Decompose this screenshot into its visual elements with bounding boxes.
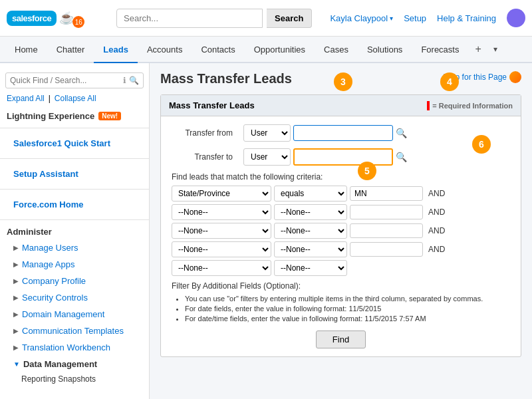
transfer-to-lookup-icon[interactable]: 🔍 [396, 152, 407, 162]
criteria-row-4: --None-- --None-- AND [172, 241, 510, 257]
setup-assistant-link[interactable]: Setup Assistant [7, 166, 142, 182]
criteria-field-2[interactable]: --None-- [172, 204, 271, 220]
step-badge-6: 6 [472, 135, 491, 154]
required-label: = Required Information [432, 102, 513, 110]
nav-leads[interactable]: Leads [94, 37, 138, 63]
required-bar [427, 101, 430, 110]
transfer-from-value-input[interactable]: Kayla Claypool [293, 125, 393, 141]
sidebar-subitem-reporting[interactable]: Reporting Snapshots [7, 372, 142, 386]
transfer-from-label: Transfer from [172, 128, 238, 138]
step-badge-3: 3 [334, 72, 352, 91]
find-button[interactable]: Find [316, 331, 366, 348]
nav-contacts[interactable]: Contacts [192, 37, 244, 63]
divider [0, 128, 149, 128]
logo-area: salesforce ☕ 16 [7, 8, 110, 28]
salesforce-logo: salesforce [7, 11, 57, 26]
criteria-operator-5[interactable]: --None-- [274, 260, 347, 276]
global-search-input[interactable] [116, 9, 263, 28]
help-training-link[interactable]: Help & Training [437, 13, 496, 23]
form-panel-header: Mass Transfer Leads = Required Informati… [161, 95, 521, 116]
criteria-field-3[interactable]: --None-- [172, 223, 271, 239]
sidebar-section-lightning: Lightning Experience New! [0, 107, 149, 125]
sidebar-section-administer: Administer ▶ Manage Users ▶ Manage Apps … [0, 223, 149, 387]
expand-collapse-controls: Expand All | Collapse All [0, 92, 149, 107]
new-badge: New! [98, 112, 121, 120]
top-bar: salesforce ☕ 16 Search Kayla Claypool Se… [0, 0, 532, 37]
criteria-and-3: AND [428, 226, 445, 235]
user-menu[interactable]: Kayla Claypool [330, 13, 393, 23]
sidebar-item-translation[interactable]: ▶ Translation Workbench [7, 339, 142, 356]
forcecom-home-link[interactable]: Force.com Home [7, 196, 142, 213]
transfer-from-lookup-icon[interactable]: 🔍 [396, 128, 407, 138]
filter-info-list: You can use "or" filters by entering mul… [172, 295, 510, 323]
sidebar: ℹ 🔍 Expand All | Collapse All Lightning … [0, 63, 150, 399]
transfer-to-value-input[interactable]: Brian Pickle [293, 148, 393, 166]
coffee-icon: ☕ [59, 11, 74, 25]
criteria-field-1[interactable]: State/Province --None-- Lead Status [172, 186, 271, 201]
sidebar-item-domain-management[interactable]: ▶ Domain Management [7, 306, 142, 323]
sidebar-item-comm-templates[interactable]: ▶ Communication Templates [7, 323, 142, 339]
sidebar-item-security-controls[interactable]: ▶ Security Controls [7, 289, 142, 306]
sidebar-item-manage-apps[interactable]: ▶ Manage Apps [7, 256, 142, 273]
nav-home[interactable]: Home [5, 37, 47, 63]
nav-forecasts[interactable]: Forecasts [412, 37, 468, 63]
bullet-2: For date fields, enter the value in foll… [185, 305, 510, 313]
form-panel: 3 4 Mass Transfer Leads = Required Infor… [160, 94, 521, 357]
criteria-operator-4[interactable]: --None-- [274, 241, 347, 257]
sidebar-item-manage-users[interactable]: ▶ Manage Users [7, 239, 142, 256]
nav-chatter[interactable]: Chatter [47, 37, 94, 63]
transfer-from-type-select[interactable]: User Queue [243, 124, 291, 142]
main-layout: ℹ 🔍 Expand All | Collapse All Lightning … [0, 63, 532, 399]
sidebar-item-data-management[interactable]: ▼ Data Management [7, 356, 142, 372]
sidebar-search-icon[interactable]: 🔍 [129, 76, 139, 85]
transfer-to-controls: User Queue Brian Pickle 🔍 [243, 148, 407, 166]
criteria-value-2[interactable] [350, 205, 423, 219]
criteria-operator-1[interactable]: equals not equal to [274, 186, 347, 201]
criteria-field-5[interactable]: --None-- [172, 260, 271, 276]
find-button-row: Find [172, 331, 510, 348]
criteria-value-1[interactable] [350, 186, 423, 201]
page-title: Mass Transfer Leads [160, 71, 292, 86]
profile-avatar[interactable] [507, 9, 525, 27]
info-icon[interactable]: ℹ [123, 76, 126, 85]
nav-opportunities[interactable]: Opportunities [245, 37, 315, 63]
divider [0, 158, 149, 159]
help-icon [509, 71, 521, 83]
collapse-all-link[interactable]: Collapse All [55, 94, 96, 103]
form-body: 5 6 Transfer from User Queue Kayla Clayp… [161, 116, 521, 356]
sidebar-search-container: ℹ 🔍 [5, 72, 144, 88]
step-badge-4: 4 [440, 72, 459, 91]
nav-solutions[interactable]: Solutions [358, 37, 412, 63]
setup-link[interactable]: Setup [404, 13, 426, 23]
step-badge-5: 5 [358, 162, 376, 180]
criteria-operator-2[interactable]: --None-- [274, 204, 347, 220]
global-search-area: Search [116, 9, 323, 28]
notification-badge: 16 [72, 16, 84, 28]
expand-all-link[interactable]: Expand All [7, 94, 45, 103]
criteria-row-2: --None-- --None-- AND [172, 204, 510, 220]
transfer-to-type-select[interactable]: User Queue [243, 148, 291, 166]
nav-accounts[interactable]: Accounts [138, 37, 192, 63]
logo-text: salesforce [12, 13, 51, 23]
criteria-field-4[interactable]: --None-- [172, 241, 271, 257]
criteria-row-3: --None-- --None-- AND [172, 223, 510, 239]
add-nav-button[interactable]: + [468, 37, 487, 62]
criteria-and-4: AND [428, 245, 445, 254]
lightning-experience-title[interactable]: Lightning Experience New! [7, 111, 142, 121]
sf1-quickstart-link[interactable]: Salesforce1 Quick Start [7, 135, 142, 152]
criteria-operator-3[interactable]: --None-- [274, 223, 347, 239]
nav-cases[interactable]: Cases [315, 37, 358, 63]
sidebar-search-input[interactable] [10, 76, 120, 85]
criteria-and-2: AND [428, 207, 445, 217]
top-right-nav: Kayla Claypool Setup Help & Training [330, 9, 525, 27]
required-info: = Required Information [427, 101, 513, 110]
sidebar-item-company-profile[interactable]: ▶ Company Profile [7, 273, 142, 289]
global-search-button[interactable]: Search [267, 9, 312, 28]
criteria-and-1: AND [428, 189, 445, 198]
criteria-value-4[interactable] [350, 242, 423, 257]
sidebar-section-sf1: Salesforce1 Quick Start [0, 131, 149, 156]
nav-more-button[interactable]: ▾ [488, 37, 503, 62]
panel-title: Mass Transfer Leads [169, 100, 255, 110]
criteria-value-3[interactable] [350, 223, 423, 238]
criteria-row-1: State/Province --None-- Lead Status equa… [172, 186, 510, 201]
